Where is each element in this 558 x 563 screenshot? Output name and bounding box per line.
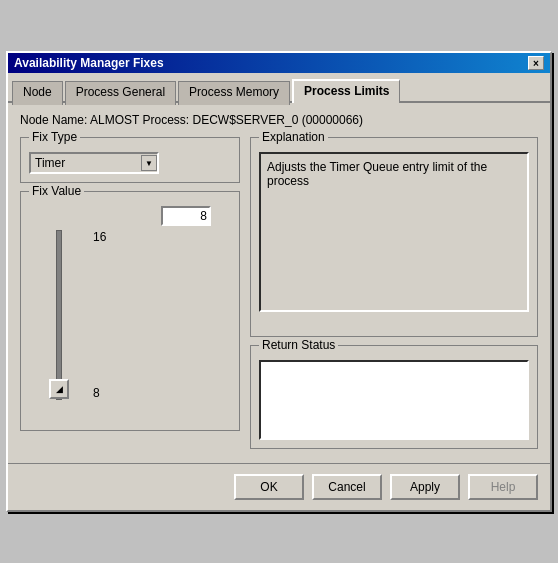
explanation-text: Adjusts the Timer Queue entry limit of t… xyxy=(259,152,529,312)
title-bar: Availability Manager Fixes × xyxy=(8,53,550,73)
help-button[interactable]: Help xyxy=(468,474,538,500)
ok-button[interactable]: OK xyxy=(234,474,304,500)
slider-labels: 16 8 xyxy=(89,230,106,400)
cancel-button[interactable]: Cancel xyxy=(312,474,382,500)
slider-track[interactable]: ◢ xyxy=(56,230,62,400)
fix-type-select-wrapper: Timer ▼ xyxy=(29,152,159,174)
left-panel: Fix Type Timer ▼ Fix Value xyxy=(20,137,240,449)
right-panel: Explanation Adjusts the Timer Queue entr… xyxy=(250,137,538,449)
fix-value-label: Fix Value xyxy=(29,184,84,198)
main-window: Availability Manager Fixes × Node Proces… xyxy=(6,51,552,512)
fix-type-group: Fix Type Timer ▼ xyxy=(20,137,240,183)
fix-type-select[interactable]: Timer xyxy=(29,152,159,174)
slider-wrapper: ◢ xyxy=(29,230,89,400)
fix-type-label: Fix Type xyxy=(29,130,80,144)
content-area: Node Name: ALMOST Process: DECW$SERVER_0… xyxy=(8,103,550,459)
slider-max-label: 16 xyxy=(93,230,106,244)
explanation-group: Explanation Adjusts the Timer Queue entr… xyxy=(250,137,538,337)
slider-thumb[interactable]: ◢ xyxy=(49,379,69,399)
main-area: Fix Type Timer ▼ Fix Value xyxy=(20,137,538,449)
apply-button[interactable]: Apply xyxy=(390,474,460,500)
return-status-label: Return Status xyxy=(259,338,338,352)
slider-area: ◢ 16 8 xyxy=(29,230,231,400)
button-row: OK Cancel Apply Help xyxy=(8,463,550,510)
close-button[interactable]: × xyxy=(528,56,544,70)
tab-node[interactable]: Node xyxy=(12,81,63,105)
tab-process-general[interactable]: Process General xyxy=(65,81,176,105)
slider-min-label: 8 xyxy=(93,386,106,400)
node-info: Node Name: ALMOST Process: DECW$SERVER_0… xyxy=(20,113,538,127)
fix-value-input[interactable] xyxy=(161,206,211,226)
explanation-label: Explanation xyxy=(259,130,328,144)
fix-value-group: Fix Value ◢ 16 8 xyxy=(20,191,240,431)
window-title: Availability Manager Fixes xyxy=(14,56,164,70)
tab-process-limits[interactable]: Process Limits xyxy=(292,79,400,103)
tab-bar: Node Process General Process Memory Proc… xyxy=(8,73,550,103)
return-status-group: Return Status xyxy=(250,345,538,449)
return-status-text xyxy=(259,360,529,440)
tab-process-memory[interactable]: Process Memory xyxy=(178,81,290,105)
